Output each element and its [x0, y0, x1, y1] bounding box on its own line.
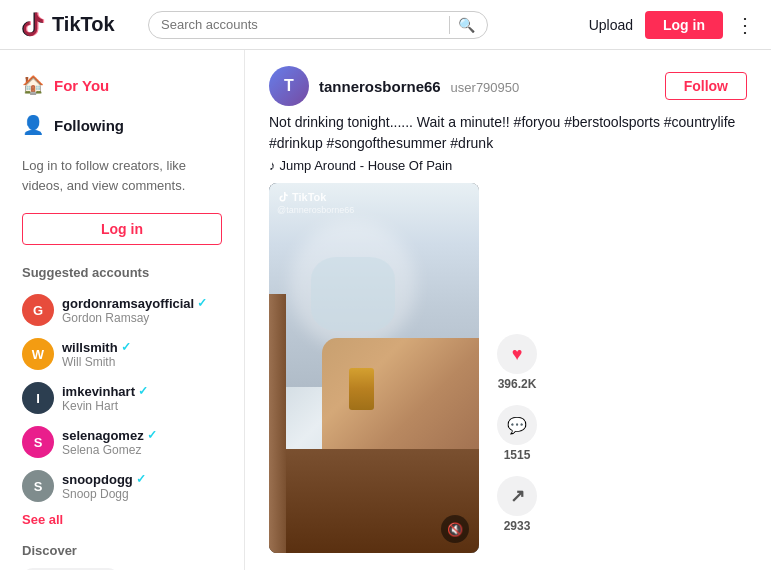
sidebar-item-for-you[interactable]: 🏠 For You [12, 66, 232, 104]
video-username[interactable]: tannerosborne66 [319, 78, 441, 95]
verified-icon: ✓ [147, 428, 157, 442]
share-icon: ↗ [497, 476, 537, 516]
avatar: I [22, 382, 54, 414]
account-name: Snoop Dogg [62, 487, 146, 501]
account-name: Kevin Hart [62, 399, 148, 413]
music-info: ♪ Jump Around - House Of Pain [269, 158, 747, 173]
verified-icon: ✓ [121, 340, 131, 354]
account-info: selenagomez ✓ Selena Gomez [62, 428, 157, 457]
music-name: Jump Around - House Of Pain [280, 158, 453, 173]
list-item[interactable]: I imkevinhart ✓ Kevin Hart [12, 376, 232, 420]
home-icon: 🏠 [22, 74, 44, 96]
suggested-accounts-title: Suggested accounts [12, 253, 232, 288]
account-info: willsmith ✓ Will Smith [62, 340, 131, 369]
list-item[interactable]: W willsmith ✓ Will Smith [12, 332, 232, 376]
verified-icon: ✓ [138, 384, 148, 398]
user-info: tannerosborne66 user790950 [319, 78, 519, 95]
like-button[interactable]: ♥ 396.2K [497, 334, 537, 391]
video-caption: Not drinking tonight...... Wait a minute… [269, 112, 747, 154]
sidebar-item-following[interactable]: 👤 Following [12, 106, 232, 144]
verified-icon: ✓ [136, 472, 146, 486]
video-player[interactable]: TikTok @tannerosborne66 🔇 [269, 183, 479, 553]
search-icon[interactable]: 🔍 [458, 17, 475, 33]
heart-icon: ♥ [497, 334, 537, 374]
ice-highlight2 [311, 257, 395, 331]
avatar: W [22, 338, 54, 370]
video-card: T tannerosborne66 user790950 Follow Not … [269, 66, 747, 553]
avatar: S [22, 470, 54, 502]
user-row: T tannerosborne66 user790950 Follow [269, 66, 747, 106]
upload-button[interactable]: Upload [589, 17, 633, 33]
video-actions: ♥ 396.2K 💬 1515 ↗ 2933 [497, 334, 537, 553]
comment-button[interactable]: 💬 1515 [497, 405, 537, 462]
list-item[interactable]: G gordonramsayofficial ✓ Gordon Ramsay [12, 288, 232, 332]
layout: 🏠 For You 👤 Following Log in to follow c… [0, 50, 771, 570]
account-info: imkevinhart ✓ Kevin Hart [62, 384, 148, 413]
share-count: 2933 [504, 519, 531, 533]
people-icon: 👤 [22, 114, 44, 136]
search-input[interactable] [161, 17, 441, 32]
video-controls: 🔇 [441, 515, 469, 543]
video-username-watermark: @tannerosborne66 [277, 205, 354, 215]
like-count: 396.2K [498, 377, 537, 391]
search-divider [449, 16, 450, 34]
list-item[interactable]: S snoopdogg ✓ Snoop Dogg [12, 464, 232, 508]
account-handle: willsmith ✓ [62, 340, 131, 355]
search-bar[interactable]: 🔍 [148, 11, 488, 39]
sidebar-login-button[interactable]: Log in [22, 213, 222, 245]
header: TikTok 🔍 Upload Log in ⋮ [0, 0, 771, 50]
tiktok-logo-icon [16, 10, 46, 40]
sidebar: 🏠 For You 👤 Following Log in to follow c… [0, 50, 245, 570]
video-content: T tannerosborne66 user790950 Follow Not … [269, 66, 747, 553]
video-userid: user790950 [451, 80, 520, 95]
avatar: G [22, 294, 54, 326]
tag-row: #tiktokcomida #herecomestheboy [12, 566, 232, 570]
logo[interactable]: TikTok [16, 10, 136, 40]
login-button[interactable]: Log in [645, 11, 723, 39]
account-name: Selena Gomez [62, 443, 157, 457]
account-info: gordonramsayofficial ✓ Gordon Ramsay [62, 296, 207, 325]
account-handle: selenagomez ✓ [62, 428, 157, 443]
account-handle: gordonramsayofficial ✓ [62, 296, 207, 311]
avatar: S [22, 426, 54, 458]
logo-text: TikTok [52, 13, 115, 36]
login-prompt-text: Log in to follow creators, like videos, … [12, 146, 232, 205]
main-feed: T tannerosborne66 user790950 Follow Not … [245, 50, 771, 570]
account-handle: imkevinhart ✓ [62, 384, 148, 399]
discover-title: Discover [12, 531, 232, 566]
account-name: Will Smith [62, 355, 131, 369]
comment-count: 1515 [504, 448, 531, 462]
header-right: Upload Log in ⋮ [589, 11, 755, 39]
nav-for-you-label: For You [54, 77, 109, 94]
share-button[interactable]: ↗ 2933 [497, 476, 537, 533]
account-name: Gordon Ramsay [62, 311, 207, 325]
account-info: snoopdogg ✓ Snoop Dogg [62, 472, 146, 501]
verified-icon: ✓ [197, 296, 207, 310]
mute-button[interactable]: 🔇 [441, 515, 469, 543]
follow-button[interactable]: Follow [665, 72, 747, 100]
video-watermark: TikTok [277, 191, 326, 203]
see-all-link[interactable]: See all [12, 508, 232, 531]
account-handle: snoopdogg ✓ [62, 472, 146, 487]
music-note-icon: ♪ [269, 158, 276, 173]
video-author-avatar[interactable]: T [269, 66, 309, 106]
more-options-icon[interactable]: ⋮ [735, 13, 755, 37]
beer-can [349, 368, 374, 410]
list-item[interactable]: S selenagomez ✓ Selena Gomez [12, 420, 232, 464]
hand-layer [322, 338, 480, 460]
cooler-left-wall [269, 294, 286, 553]
nav-following-label: Following [54, 117, 124, 134]
video-thumbnail: TikTok @tannerosborne66 [269, 183, 479, 553]
comment-icon: 💬 [497, 405, 537, 445]
